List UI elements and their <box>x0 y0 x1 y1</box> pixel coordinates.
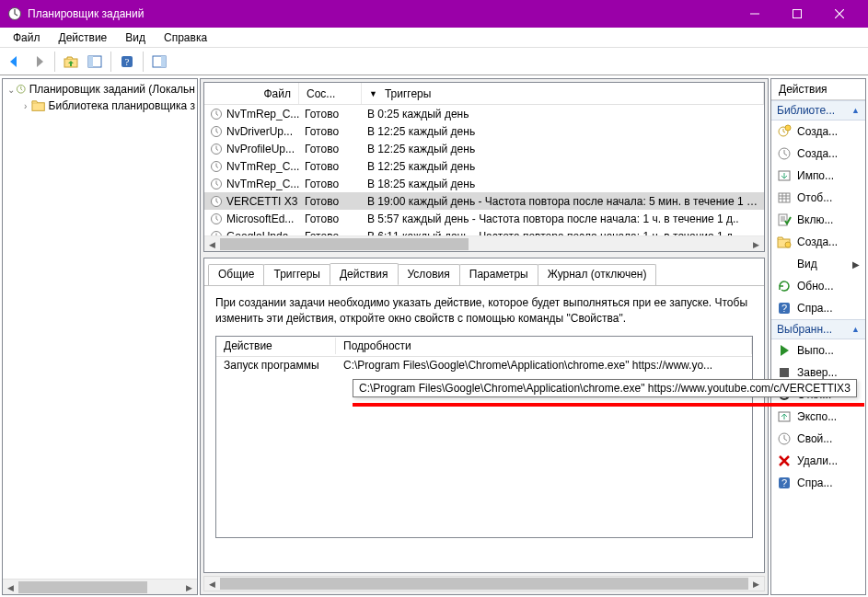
action-pane-item[interactable]: Свой... <box>771 428 865 450</box>
scroll-right-icon[interactable]: ▶ <box>748 577 764 591</box>
tab-actions[interactable]: Действия <box>330 263 399 285</box>
action-pane-item-label: Вид <box>797 258 852 270</box>
help-icon: ? <box>777 476 792 490</box>
detail-horizontal-scrollbar[interactable]: ◀ ▶ <box>203 576 765 591</box>
scroll-right-icon[interactable]: ▶ <box>748 236 764 252</box>
forward-button[interactable] <box>28 51 50 73</box>
action-pane-item-label: Экспо... <box>797 410 860 423</box>
task-row[interactable]: NvTmRep_C...ГотовоВ 18:25 каждый день <box>204 175 764 192</box>
task-name: MicrosoftEd... <box>226 212 294 225</box>
task-list-header: Файл Сос... ▼ Триггеры <box>204 83 764 105</box>
window-controls <box>734 0 861 28</box>
scroll-left-icon[interactable]: ◀ <box>204 236 220 252</box>
action-pane-item[interactable]: Отоб... <box>771 187 865 209</box>
svg-rect-1 <box>793 10 802 18</box>
up-folder-button[interactable] <box>60 51 82 73</box>
svg-text:?: ? <box>125 56 130 67</box>
clock-icon <box>210 160 223 173</box>
menu-file[interactable]: Файл <box>4 29 50 46</box>
toggle-tree-button[interactable] <box>84 51 106 73</box>
actions-table-header: Действие Подробности <box>216 337 752 357</box>
actions-group-library[interactable]: Библиоте... ▲ <box>771 100 865 121</box>
help-button[interactable]: ? <box>116 51 138 73</box>
tooltip: C:\Program Files\Google\Chrome\Applicati… <box>353 379 857 397</box>
sort-indicator-icon: ▼ <box>369 89 377 98</box>
action-pane-item[interactable]: Удали... <box>771 450 865 472</box>
toggle-actions-button[interactable] <box>148 51 170 73</box>
action-pane-item[interactable]: Созда... <box>771 143 865 165</box>
column-status[interactable]: Сос... <box>299 83 362 104</box>
task-row[interactable]: VERCETTI X3ГотовоВ 19:00 каждый день - Ч… <box>204 192 764 210</box>
tree-horizontal-scrollbar[interactable]: ◀ ▶ <box>3 579 197 594</box>
scroll-left-icon[interactable]: ◀ <box>204 577 220 591</box>
task-row[interactable]: GoogleUpda...ГотовоВ 6:11 каждый день - … <box>204 227 764 235</box>
minimize-button[interactable] <box>734 0 776 28</box>
action-pane-item-label: Созда... <box>797 147 860 160</box>
actions-group-selected[interactable]: Выбранн... ▲ <box>771 319 865 339</box>
tab-settings[interactable]: Параметры <box>459 264 538 286</box>
action-row[interactable]: Запуск программы C:\Program Files\Google… <box>216 357 752 374</box>
action-pane-item[interactable]: Обно... <box>771 275 865 297</box>
svg-text:?: ? <box>781 303 787 314</box>
action-pane-item[interactable]: Созда... <box>771 121 865 143</box>
svg-rect-10 <box>32 103 44 111</box>
tab-conditions[interactable]: Условия <box>398 264 460 286</box>
task-status: Готово <box>299 178 362 190</box>
task-status: Готово <box>299 143 362 155</box>
task-status: Готово <box>299 108 362 121</box>
action-pane-item-label: Завер... <box>797 366 860 379</box>
tree-library[interactable]: › Библиотека планировщика з <box>3 98 197 114</box>
expand-icon[interactable]: ⌄ <box>6 85 16 95</box>
scrollbar-thumb[interactable] <box>220 238 469 250</box>
actions-table-body[interactable]: Запуск программы C:\Program Files\Google… <box>216 357 752 374</box>
maximize-button[interactable] <box>776 0 818 28</box>
actions-pane-list: Библиоте... ▲ Созда...Созда...Импо...Ото… <box>771 100 865 594</box>
action-pane-item[interactable]: Созда... <box>771 231 865 253</box>
task-list-body[interactable]: NvTmRep_C...ГотовоВ 0:25 каждый деньNvDr… <box>204 105 764 235</box>
tab-triggers[interactable]: Триггеры <box>263 264 330 286</box>
task-name: NvTmRep_C... <box>226 178 299 190</box>
column-details[interactable]: Подробности <box>336 338 752 354</box>
menu-action[interactable]: Действие <box>50 29 117 46</box>
scroll-left-icon[interactable]: ◀ <box>3 580 18 595</box>
menu-view[interactable]: Вид <box>116 29 155 46</box>
column-name[interactable]: Файл <box>204 83 299 104</box>
column-triggers[interactable]: ▼ Триггеры <box>362 83 764 104</box>
tree-library-label: Библиотека планировщика з <box>49 99 195 112</box>
scrollbar-thumb[interactable] <box>18 581 147 593</box>
action-pane-item[interactable]: Экспо... <box>771 406 865 428</box>
collapse-icon: ▲ <box>851 325 860 334</box>
actions-pane: Действия Библиоте... ▲ Созда...Созда...И… <box>770 78 866 595</box>
action-pane-item[interactable]: Выпо... <box>771 339 865 362</box>
actions-pane-title: Действия <box>771 79 865 100</box>
tab-history[interactable]: Журнал (отключен) <box>538 264 657 286</box>
tree-root[interactable]: ⌄ Планировщик заданий (Локальн <box>3 81 197 98</box>
action-pane-item[interactable]: Вклю... <box>771 209 865 231</box>
task-name: NvTmRep_C... <box>226 160 299 173</box>
toolbar: ? <box>0 48 868 75</box>
action-pane-item[interactable]: Вид▶ <box>771 253 865 275</box>
task-trigger: В 19:00 каждый день - Частота повтора по… <box>362 195 764 208</box>
action-pane-item[interactable]: ?Спра... <box>771 472 865 494</box>
tab-general[interactable]: Общие <box>208 264 264 286</box>
enable-icon <box>777 212 792 227</box>
column-action[interactable]: Действие <box>216 338 336 354</box>
close-button[interactable] <box>818 0 861 28</box>
expand-icon[interactable]: › <box>19 101 31 111</box>
back-button[interactable] <box>4 51 26 73</box>
task-name: VERCETTI X3 <box>226 195 297 208</box>
task-row[interactable]: NvDriverUp...ГотовоВ 12:25 каждый день <box>204 122 764 140</box>
task-row[interactable]: NvProfileUp...ГотовоВ 12:25 каждый день <box>204 140 764 157</box>
task-row[interactable]: MicrosoftEd...ГотовоВ 5:57 каждый день -… <box>204 210 764 227</box>
task-row[interactable]: NvTmRep_C...ГотовоВ 12:25 каждый день <box>204 157 764 175</box>
action-pane-item[interactable]: Импо... <box>771 165 865 187</box>
task-status: Готово <box>299 160 362 173</box>
scroll-right-icon[interactable]: ▶ <box>181 580 197 595</box>
annotation-underline <box>353 403 864 407</box>
task-row[interactable]: NvTmRep_C...ГотовоВ 0:25 каждый день <box>204 105 764 122</box>
action-row-details: C:\Program Files\Google\Chrome\Applicati… <box>336 359 752 372</box>
task-list-scrollbar[interactable]: ◀ ▶ <box>204 235 764 251</box>
scrollbar-thumb[interactable] <box>220 578 748 590</box>
action-pane-item[interactable]: ?Спра... <box>771 297 865 319</box>
menu-help[interactable]: Справка <box>155 29 216 46</box>
